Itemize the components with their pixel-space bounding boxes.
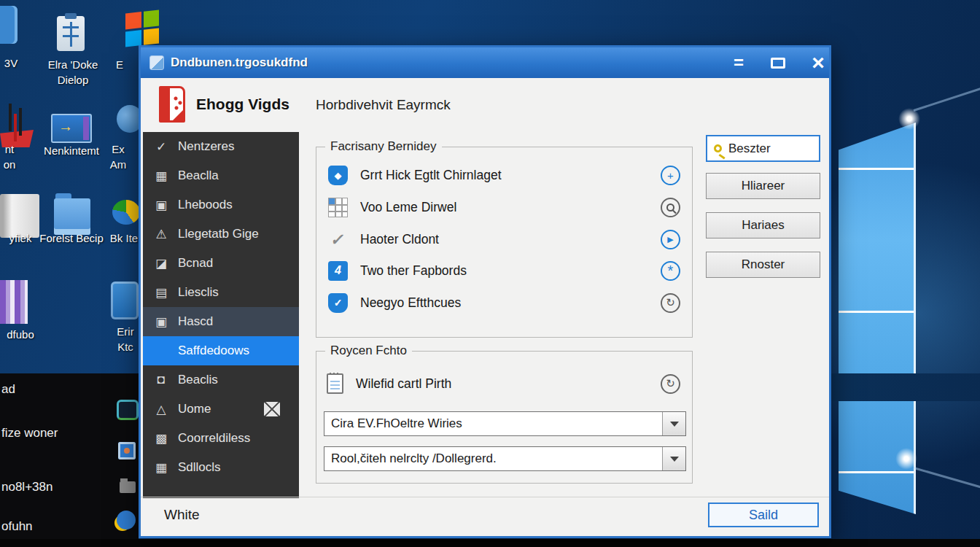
feature-row[interactable]: Voo Leme Dirwel	[316, 193, 692, 222]
close-button[interactable]: ×	[801, 47, 836, 78]
desktop-icon-label[interactable]: Erir Ktc	[109, 324, 141, 354]
search-value: Beszter	[728, 141, 771, 156]
image-icon: ▣	[153, 314, 169, 330]
dropdown-first[interactable]: Cira EV.FhOeltre Wiries	[324, 411, 686, 436]
panel-item[interactable]: ofuhn	[1, 519, 33, 534]
chevron-down-icon[interactable]	[662, 447, 685, 470]
dialog-header: Ehogg Vigds Horbdivehvit Eayrmck	[141, 78, 829, 132]
card-strip	[83, 117, 89, 140]
sidebar-item-label: Bcnad	[178, 256, 213, 271]
dismiss-icon[interactable]	[264, 402, 280, 416]
app-name: Ehogg Vigds	[196, 96, 289, 113]
sidebar-item-label: Llegetatb Gige	[178, 227, 259, 241]
desktop-icon-ribbon[interactable]	[0, 280, 28, 324]
sidebar-item-uome[interactable]: △ Uome	[143, 395, 299, 424]
sidebar-item-label: Liesclis	[178, 285, 219, 300]
panel-item[interactable]: fize woner	[1, 426, 58, 441]
panel-item[interactable]: ad	[1, 382, 15, 397]
refresh-action-icon[interactable]: ↻	[661, 374, 680, 394]
desktop-icon-label[interactable]: Forelst Becip	[35, 230, 108, 246]
add-action-icon[interactable]: +	[661, 166, 680, 185]
folder-icon[interactable]	[120, 481, 136, 493]
globe-icon[interactable]	[117, 511, 136, 529]
window-icon	[149, 55, 164, 70]
save-button[interactable]: Saild	[708, 503, 819, 527]
sidebar-item-bcnad[interactable]: ◪ Bcnad	[143, 249, 299, 278]
desktop-icon-label[interactable]: nt on	[0, 141, 19, 172]
sidebar-item-beaclla[interactable]: ▦ Beaclla	[143, 161, 299, 190]
feature-label: Voo Leme Dirwel	[360, 200, 456, 215]
minimize-button[interactable]: =	[721, 47, 756, 78]
sidebar-item-label: Sdllocls	[178, 460, 221, 475]
sidebar-item-label: Saffdedoows	[178, 344, 249, 358]
chart-icon: ▩	[153, 431, 169, 446]
image-icon: ▣	[153, 198, 169, 213]
desktop-icon-windows-flag[interactable]	[125, 10, 159, 47]
sidebar-item-label: Coorreldiless	[178, 431, 250, 446]
chevron-down-icon[interactable]	[662, 412, 685, 435]
desktop-icon-label[interactable]: Bk Ite	[109, 230, 139, 246]
key-icon	[712, 143, 723, 154]
sidebar-item-beaclis[interactable]: ◘ Beaclis	[143, 365, 299, 395]
caret-shape	[670, 422, 679, 427]
shield-check-icon: ✓	[328, 293, 348, 313]
desktop-icon-blue-app[interactable]	[111, 282, 139, 319]
sidebar-item-nentzeres[interactable]: ✓ Nentzeres	[143, 132, 299, 161]
sidebar-item-label: Hascd	[178, 314, 213, 329]
desktop-icon-label[interactable]: Nenkintemt	[34, 143, 109, 158]
search-input[interactable]: Beszter	[706, 135, 820, 162]
feature-row[interactable]: ◆ Grrt Hick Egtlt Chirnlaget +	[316, 160, 692, 190]
sidebar-item-llegetatb[interactable]: ⚠ Llegetatb Gige	[143, 220, 299, 249]
sidebar-item-saffdedoows-selected[interactable]: Saffdedoows	[143, 336, 299, 365]
wallpaper-window-gap	[831, 373, 980, 401]
feature-label: Neegyo Eftthcues	[360, 295, 461, 311]
sidebar-item-label: Lheboods	[178, 198, 233, 212]
sidebar-item-lheboods[interactable]: ▣ Lheboods	[143, 190, 299, 220]
rnoster-button[interactable]: Rnoster	[706, 252, 820, 278]
desktop-icon-label[interactable]: dfubo	[0, 327, 41, 342]
desktop-icon-label[interactable]: Ex Am	[104, 141, 133, 172]
desktop-icon-label[interactable]: E	[106, 57, 133, 72]
sidebar-item-liesclis[interactable]: ▤ Liesclis	[143, 278, 299, 307]
desktop-icon-round-app[interactable]	[112, 200, 140, 225]
monitor-icon[interactable]	[117, 400, 139, 420]
feature-row[interactable]: 4 Two ther Fapbords *	[316, 256, 692, 285]
desktop-icon-label[interactable]: 3V	[0, 55, 22, 71]
desktop-icon-ship[interactable]	[0, 102, 34, 147]
app-icon[interactable]	[118, 442, 136, 459]
warning-icon: ⚠	[153, 227, 169, 242]
desktop-icon-folder[interactable]	[54, 198, 90, 235]
hliareer-button[interactable]: Hliareer	[706, 173, 820, 199]
maximize-button[interactable]	[761, 47, 796, 78]
settings-dialog: Dndbunen.trgosukdfnd = × Ehogg Vigds Hor…	[139, 45, 831, 538]
sidebar-item-coorreldiless[interactable]: ▩ Coorreldiless	[143, 424, 299, 453]
panel-item[interactable]: no8l+38n	[1, 480, 52, 494]
screen: 3V Elra 'Doke Dielop E nt on → Nenkintem…	[0, 0, 980, 547]
option-row[interactable]: Wilefid cartl Pirth ↻	[316, 369, 692, 398]
app-logo-icon	[159, 86, 185, 123]
desktop-icon-clipboard[interactable]	[57, 16, 85, 51]
feature-row[interactable]: ✓ Neegyo Eftthcues ↻	[316, 288, 692, 317]
play-action-icon[interactable]: ▶	[661, 230, 680, 249]
hariaes-button[interactable]: Hariaes	[706, 212, 820, 238]
magnifier-icon	[666, 203, 674, 212]
group-title: Roycen Fchto	[325, 344, 412, 358]
rows-icon: ▤	[153, 285, 169, 300]
dropdown-second[interactable]: Rool,čiteh nelrclty /Dollegrerd.	[324, 446, 686, 471]
arrow-icon: →	[58, 118, 73, 135]
grid-icon: ▦	[153, 460, 169, 476]
desktop-icon-label[interactable]: Elra 'Doke Dielop	[36, 57, 109, 88]
feature-row[interactable]: ✓ Haoter Cldont ▶	[316, 225, 692, 254]
desktop-icon-partial[interactable]	[0, 6, 18, 44]
triangle-icon: △	[153, 402, 169, 417]
sidebar-item-hascd[interactable]: ▣ Hascd	[143, 307, 299, 336]
header-subtitle: Horbdivehvit Eayrmck	[316, 97, 451, 113]
desktop-icon-card[interactable]: →	[51, 114, 92, 143]
star-action-icon[interactable]: *	[661, 261, 680, 281]
refresh-action-icon[interactable]: ↻	[661, 293, 680, 313]
sidebar-item-sdllocls[interactable]: ▦ Sdllocls	[143, 453, 299, 482]
search-action-icon[interactable]	[661, 198, 680, 217]
option-label: Wilefid cartl Pirth	[356, 376, 451, 392]
window-title: Dndbunen.trgosukdfnd	[171, 55, 308, 70]
dot-square-icon: ◘	[153, 373, 169, 387]
